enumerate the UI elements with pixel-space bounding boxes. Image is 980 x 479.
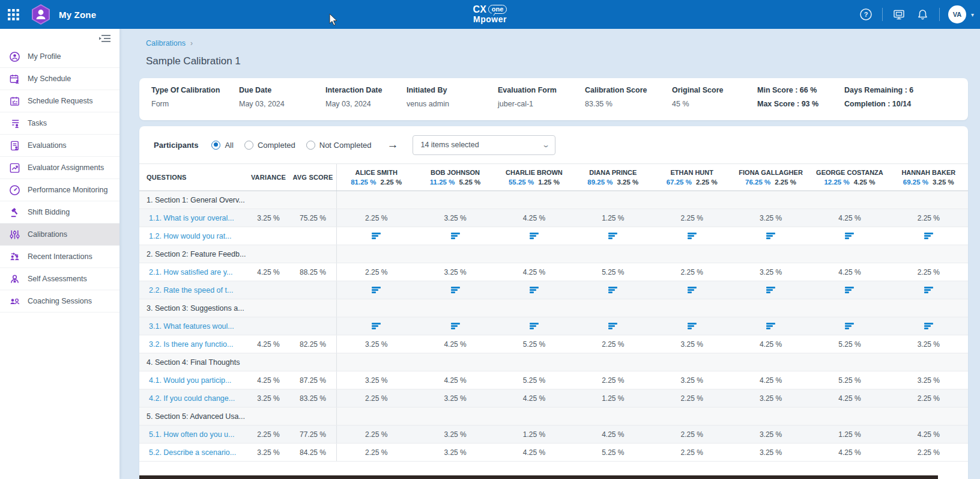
participant-headers: ALICE SMITH81.25 %2.25 %BOB JOHNSON11.25…	[336, 164, 968, 191]
radio-icon[interactable]	[244, 141, 253, 150]
question-link[interactable]: 3.2. Is there any functio...	[139, 340, 247, 349]
page-title: Sample Calibration 1	[146, 55, 241, 67]
score-cell: 3.25 %	[760, 214, 782, 222]
score-cell: 4.25 %	[838, 394, 861, 403]
participant-score: 69.25 %	[903, 178, 928, 186]
sidebar-item-evaluations[interactable]: Evaluations	[0, 135, 119, 157]
screen-share-icon[interactable]	[891, 7, 907, 22]
score-cell: 3.25 %	[365, 340, 387, 349]
question-row: 1.2. How would you rat...	[139, 227, 968, 245]
responses-icon[interactable]	[766, 323, 775, 329]
score-cell: 5.25 %	[838, 340, 861, 349]
responses-icon[interactable]	[766, 233, 775, 239]
responses-icon[interactable]	[845, 233, 854, 239]
avg-score-cell: 87.25 %	[289, 376, 336, 385]
score-cell: 3.25 %	[681, 376, 703, 385]
sidebar-item-performance-monitoring[interactable]: Performance Monitoring	[0, 179, 119, 201]
responses-icon[interactable]	[372, 233, 381, 239]
responses-icon[interactable]	[372, 323, 381, 329]
sidebar-item-coaching-sessions[interactable]: Coaching Sessions	[0, 290, 119, 313]
question-link[interactable]: 3.1. What features woul...	[139, 322, 247, 331]
sidebar-item-shift-bidding[interactable]: Shift Bidding	[0, 201, 119, 224]
question-link[interactable]: 1.2. How would you rat...	[139, 232, 247, 240]
responses-icon[interactable]	[372, 287, 381, 293]
responses-icon[interactable]	[451, 287, 460, 293]
summary-field-label: Calibration Score	[585, 86, 672, 94]
responses-icon[interactable]	[924, 287, 933, 293]
question-link[interactable]: 5.2. Describe a scenario...	[139, 448, 247, 457]
score-cell: 2.25 %	[681, 268, 703, 276]
score-cell: 2.25 %	[918, 268, 940, 276]
responses-icon[interactable]	[608, 233, 617, 239]
section-row: 3. Section 3: Suggestions a...	[139, 299, 968, 317]
score-cell: 4.25 %	[523, 394, 545, 403]
table-body: 1. Section 1: General Overv...1.1. What …	[139, 191, 968, 462]
avatar-caret-icon[interactable]: ▾	[971, 11, 974, 18]
column-header-avg-score: AVG SCORE	[289, 174, 336, 181]
sidebar-item-recent-interactions[interactable]: Recent Interactions	[0, 246, 119, 268]
sidebar-collapse-icon[interactable]	[99, 34, 111, 46]
responses-icon[interactable]	[608, 323, 617, 329]
summary-pair-top: Min Score : 66 %	[757, 86, 844, 94]
participant-score: 76.25 %	[745, 178, 770, 186]
question-row: 1.1. What is your overal...3.25 %75.25 %…	[139, 209, 968, 227]
summary-field-value: 83.35 %	[585, 100, 672, 108]
radio-option-all[interactable]: All	[211, 141, 233, 150]
summary-field-label: Original Score	[672, 86, 757, 94]
help-button[interactable]: ?	[858, 7, 874, 22]
question-link[interactable]: 4.1. Would you particip...	[139, 376, 247, 385]
score-cell: 2.25 %	[365, 214, 387, 222]
breadcrumb-calibrations-link[interactable]: Calibrations	[146, 39, 186, 47]
brand-cx: CX	[473, 5, 486, 14]
user-avatar[interactable]: VA	[948, 5, 966, 23]
question-link[interactable]: 5.1. How often do you u...	[139, 430, 247, 439]
question-link[interactable]: 4.2. If you could change...	[139, 394, 247, 403]
sidebar-item-self-assessments[interactable]: Self Assessments	[0, 268, 119, 290]
question-link[interactable]: 2.2. Rate the speed of t...	[139, 286, 247, 294]
score-cell: 5.25 %	[838, 376, 861, 385]
responses-icon[interactable]	[924, 233, 933, 239]
score-cell: 2.25 %	[681, 214, 703, 222]
radio-option-completed[interactable]: Completed	[244, 141, 295, 150]
summary-field-value: juber-cal-1	[498, 100, 585, 108]
participant-name: ETHAN HUNT	[653, 169, 731, 176]
responses-icon[interactable]	[766, 287, 775, 293]
sidebar-item-tasks[interactable]: Tasks	[0, 112, 119, 135]
evaluator-assignments-icon	[8, 162, 20, 174]
grid-icon	[8, 9, 19, 20]
summary-field-label: Evaluation Form	[498, 86, 585, 94]
profile-icon	[8, 50, 20, 63]
bottom-scrollbar[interactable]	[139, 475, 938, 479]
notifications-bell-icon[interactable]	[915, 7, 931, 22]
sidebar-item-schedule-requests[interactable]: Schedule Requests	[0, 90, 119, 112]
question-link[interactable]: 1.1. What is your overal...	[139, 214, 247, 222]
participants-dropdown[interactable]: 14 items selected ⌄	[413, 135, 555, 155]
radio-option-not-completed[interactable]: Not Completed	[306, 141, 372, 150]
sidebar-item-evaluator-assignments[interactable]: Evaluator Assignments	[0, 157, 119, 179]
responses-icon[interactable]	[688, 287, 697, 293]
avg-score-cell: 84.25 %	[289, 448, 336, 457]
responses-icon[interactable]	[845, 323, 854, 329]
responses-icon[interactable]	[530, 287, 539, 293]
app-launcher-icon[interactable]	[0, 0, 26, 29]
responses-icon[interactable]	[451, 323, 460, 329]
score-cell: 4.25 %	[523, 214, 545, 222]
sidebar-item-calibrations[interactable]: Calibrations	[0, 224, 119, 246]
question-link[interactable]: 2.1. How satisfied are y...	[139, 268, 247, 276]
responses-icon[interactable]	[530, 323, 539, 329]
responses-icon[interactable]	[688, 233, 697, 239]
sidebar-item-my-profile[interactable]: My Profile	[0, 46, 119, 68]
responses-icon[interactable]	[845, 287, 854, 293]
score-cell: 4.25 %	[838, 448, 861, 457]
radio-label: Not Completed	[319, 141, 372, 150]
responses-icon[interactable]	[608, 287, 617, 293]
sidebar-item-my-schedule[interactable]: My Schedule	[0, 68, 119, 90]
score-cell: 2.25 %	[365, 448, 387, 457]
responses-icon[interactable]	[530, 233, 539, 239]
responses-icon[interactable]	[451, 233, 460, 239]
radio-icon[interactable]	[306, 141, 315, 150]
responses-icon[interactable]	[688, 323, 697, 329]
radio-icon[interactable]	[211, 141, 220, 150]
summary-field-value: 45 %	[672, 100, 757, 108]
responses-icon[interactable]	[924, 323, 933, 329]
